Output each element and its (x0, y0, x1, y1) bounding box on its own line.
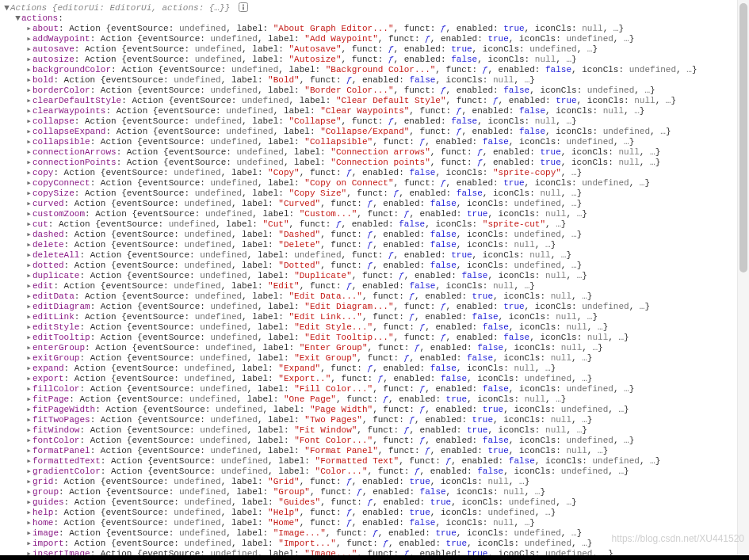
expand-arrow-right-icon[interactable]: ▸ (25, 528, 32, 539)
vertical-scrollbar[interactable] (737, 0, 749, 560)
expand-arrow-right-icon[interactable]: ▸ (25, 467, 32, 477)
expand-arrow-right-icon[interactable]: ▸ (25, 374, 32, 384)
action-row-fillColor[interactable]: ▸fillColor: Action {eventSource: undefin… (3, 384, 749, 394)
expand-arrow-right-icon[interactable]: ▸ (25, 291, 32, 302)
action-row-addWaypoint[interactable]: ▸addWaypoint: Action {eventSource: undef… (3, 34, 749, 44)
expand-arrow-right-icon[interactable]: ▸ (25, 44, 32, 55)
action-row-import[interactable]: ▸import: Action {eventSource: undefined,… (3, 539, 749, 549)
expand-arrow-right-icon[interactable]: ▸ (25, 353, 32, 364)
expand-arrow-right-icon[interactable]: ▸ (25, 240, 32, 250)
action-row-gradientColor[interactable]: ▸gradientColor: Action {eventSource: und… (3, 467, 749, 477)
expand-arrow-right-icon[interactable]: ▸ (25, 219, 32, 230)
expand-arrow-right-icon[interactable]: ▸ (25, 394, 32, 405)
expand-arrow-right-icon[interactable]: ▸ (25, 75, 32, 86)
expand-arrow-right-icon[interactable]: ▸ (25, 189, 32, 199)
action-row-connectionPoints[interactable]: ▸connectionPoints: Action {eventSource: … (3, 158, 749, 168)
expand-arrow-right-icon[interactable]: ▸ (25, 343, 32, 353)
action-row-formattedText[interactable]: ▸formattedText: Action {eventSource: und… (3, 456, 749, 467)
action-row-deleteAll[interactable]: ▸deleteAll: Action {eventSource: undefin… (3, 250, 749, 261)
expand-arrow-right-icon[interactable]: ▸ (25, 302, 32, 312)
expand-arrow-right-icon[interactable]: ▸ (25, 199, 32, 209)
action-row-clearWaypoints[interactable]: ▸clearWaypoints: Action {eventSource: un… (3, 106, 749, 116)
expand-arrow-right-icon[interactable]: ▸ (25, 127, 32, 137)
action-row-grid[interactable]: ▸grid: Action {eventSource: undefined, l… (3, 477, 749, 487)
expand-arrow-right-icon[interactable]: ▸ (25, 436, 32, 446)
expand-arrow-right-icon[interactable]: ▸ (25, 477, 32, 487)
expand-arrow-right-icon[interactable]: ▸ (25, 34, 32, 44)
action-row-formatPanel[interactable]: ▸formatPanel: Action {eventSource: undef… (3, 446, 749, 456)
expand-arrow-right-icon[interactable]: ▸ (25, 96, 32, 106)
expand-arrow-right-icon[interactable]: ▸ (25, 271, 32, 281)
action-row-borderColor[interactable]: ▸borderColor: Action {eventSource: undef… (3, 86, 749, 96)
expand-arrow-right-icon[interactable]: ▸ (25, 168, 32, 178)
expand-arrow-right-icon[interactable]: ▸ (25, 116, 32, 127)
expand-arrow-right-icon[interactable]: ▸ (25, 487, 32, 497)
info-icon[interactable] (239, 2, 248, 12)
action-row-exitGroup[interactable]: ▸exitGroup: Action {eventSource: undefin… (3, 353, 749, 364)
action-row-help[interactable]: ▸help: Action {eventSource: undefined, l… (3, 508, 749, 518)
tree-root-row[interactable]: ▼Actions {editorUi: EditorUi, actions: {… (3, 2, 749, 13)
action-row-fitPage[interactable]: ▸fitPage: Action {eventSource: undefined… (3, 394, 749, 405)
action-row-backgroundColor[interactable]: ▸backgroundColor: Action {eventSource: u… (3, 65, 749, 75)
expand-arrow-right-icon[interactable]: ▸ (25, 250, 32, 261)
expand-arrow-right-icon[interactable]: ▸ (25, 24, 32, 34)
action-row-fontColor[interactable]: ▸fontColor: Action {eventSource: undefin… (3, 436, 749, 446)
expand-arrow-right-icon[interactable]: ▸ (25, 425, 32, 436)
action-row-editData[interactable]: ▸editData: Action {eventSource: undefine… (3, 291, 749, 302)
expand-arrow-right-icon[interactable]: ▸ (25, 137, 32, 147)
action-row-duplicate[interactable]: ▸duplicate: Action {eventSource: undefin… (3, 271, 749, 281)
action-row-editLink[interactable]: ▸editLink: Action {eventSource: undefine… (3, 312, 749, 322)
expand-arrow-right-icon[interactable]: ▸ (25, 384, 32, 394)
expand-arrow-right-icon[interactable]: ▸ (25, 86, 32, 96)
action-row-autosize[interactable]: ▸autosize: Action {eventSource: undefine… (3, 55, 749, 65)
expand-arrow-right-icon[interactable]: ▸ (25, 518, 32, 528)
action-row-guides[interactable]: ▸guides: Action {eventSource: undefined,… (3, 497, 749, 508)
expand-arrow-right-icon[interactable]: ▸ (25, 322, 32, 333)
expand-arrow-right-icon[interactable]: ▸ (25, 55, 32, 65)
action-row-expand[interactable]: ▸expand: Action {eventSource: undefined,… (3, 364, 749, 374)
expand-arrow-right-icon[interactable]: ▸ (25, 364, 32, 374)
action-row-cut[interactable]: ▸cut: Action {eventSource: undefined, la… (3, 219, 749, 230)
action-row-editDiagram[interactable]: ▸editDiagram: Action {eventSource: undef… (3, 302, 749, 312)
action-row-autosave[interactable]: ▸autosave: Action {eventSource: undefine… (3, 44, 749, 55)
expand-arrow-right-icon[interactable]: ▸ (25, 312, 32, 322)
expand-arrow-down-icon[interactable]: ▼ (14, 13, 21, 24)
expand-arrow-right-icon[interactable]: ▸ (25, 539, 32, 549)
expand-arrow-right-icon[interactable]: ▸ (25, 415, 32, 425)
action-row-fitPageWidth[interactable]: ▸fitPageWidth: Action {eventSource: unde… (3, 405, 749, 415)
action-row-delete[interactable]: ▸delete: Action {eventSource: undefined,… (3, 240, 749, 250)
action-row-connectionArrows[interactable]: ▸connectionArrows: Action {eventSource: … (3, 147, 749, 158)
action-row-collapsible[interactable]: ▸collapsible: Action {eventSource: undef… (3, 137, 749, 147)
expand-arrow-right-icon[interactable]: ▸ (25, 230, 32, 240)
scrollbar-thumb[interactable] (739, 3, 747, 272)
action-row-clearDefaultStyle[interactable]: ▸clearDefaultStyle: Action {eventSource:… (3, 96, 749, 106)
expand-arrow-right-icon[interactable]: ▸ (25, 446, 32, 456)
action-row-enterGroup[interactable]: ▸enterGroup: Action {eventSource: undefi… (3, 343, 749, 353)
action-row-curved[interactable]: ▸curved: Action {eventSource: undefined,… (3, 199, 749, 209)
action-row-dashed[interactable]: ▸dashed: Action {eventSource: undefined,… (3, 230, 749, 240)
action-row-copySize[interactable]: ▸copySize: Action {eventSource: undefine… (3, 189, 749, 199)
action-row-home[interactable]: ▸home: Action {eventSource: undefined, l… (3, 518, 749, 528)
tree-actions-group-row[interactable]: ▼actions: (3, 13, 749, 24)
action-row-bold[interactable]: ▸bold: Action {eventSource: undefined, l… (3, 75, 749, 86)
action-row-editTooltip[interactable]: ▸editTooltip: Action {eventSource: undef… (3, 333, 749, 343)
expand-arrow-right-icon[interactable]: ▸ (25, 106, 32, 116)
expand-arrow-right-icon[interactable]: ▸ (25, 158, 32, 168)
action-row-group[interactable]: ▸group: Action {eventSource: undefined, … (3, 487, 749, 497)
expand-arrow-down-icon[interactable]: ▼ (3, 3, 10, 13)
action-row-customZoom[interactable]: ▸customZoom: Action {eventSource: undefi… (3, 209, 749, 219)
action-row-about[interactable]: ▸about: Action {eventSource: undefined, … (3, 24, 749, 34)
action-row-collapseExpand[interactable]: ▸collapseExpand: Action {eventSource: un… (3, 127, 749, 137)
action-row-edit[interactable]: ▸edit: Action {eventSource: undefined, l… (3, 281, 749, 291)
expand-arrow-right-icon[interactable]: ▸ (25, 508, 32, 518)
action-row-fitWindow[interactable]: ▸fitWindow: Action {eventSource: undefin… (3, 425, 749, 436)
expand-arrow-right-icon[interactable]: ▸ (25, 178, 32, 189)
expand-arrow-right-icon[interactable]: ▸ (25, 65, 32, 75)
expand-arrow-right-icon[interactable]: ▸ (25, 456, 32, 467)
action-row-collapse[interactable]: ▸collapse: Action {eventSource: undefine… (3, 116, 749, 127)
expand-arrow-right-icon[interactable]: ▸ (25, 261, 32, 271)
expand-arrow-right-icon[interactable]: ▸ (25, 147, 32, 158)
action-row-image[interactable]: ▸image: Action {eventSource: undefined, … (3, 528, 749, 539)
action-row-copy[interactable]: ▸copy: Action {eventSource: undefined, l… (3, 168, 749, 178)
action-row-fitTwoPages[interactable]: ▸fitTwoPages: Action {eventSource: undef… (3, 415, 749, 425)
